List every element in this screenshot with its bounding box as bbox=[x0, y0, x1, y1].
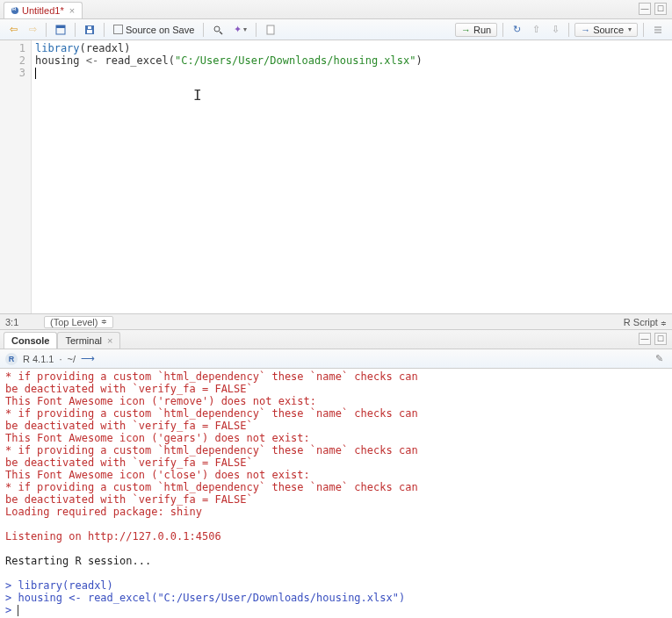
svg-rect-7 bbox=[267, 25, 274, 34]
tab-console[interactable]: Console bbox=[4, 332, 57, 349]
minimize-pane-icon[interactable]: — bbox=[639, 333, 651, 345]
clear-console-icon[interactable]: ✎ bbox=[651, 351, 667, 367]
text-cursor-icon: I bbox=[193, 90, 202, 102]
show-in-new-window-button[interactable] bbox=[52, 22, 69, 38]
working-dir[interactable]: ~/ bbox=[68, 354, 76, 364]
console-tabstrip: Console Terminal× — ☐ bbox=[0, 330, 672, 349]
svg-point-5 bbox=[214, 26, 220, 32]
save-button[interactable] bbox=[81, 22, 98, 38]
source-statusbar: 3:1 (Top Level)≑ R Script ≑ bbox=[0, 313, 672, 329]
go-down-button[interactable]: ⇩ bbox=[547, 22, 563, 38]
back-button[interactable]: ⇦ bbox=[5, 22, 21, 38]
source-tab-untitled1[interactable]: Untitled1* × bbox=[4, 2, 83, 18]
code-tools-button[interactable]: ✦▾ bbox=[230, 22, 250, 38]
r-logo-icon: R bbox=[5, 353, 18, 365]
r-script-icon bbox=[11, 7, 18, 14]
console-pane: Console Terminal× — ☐ R R 4.1.1 · ~/ ⟶ ✎… bbox=[0, 330, 672, 618]
cursor-position: 3:1 bbox=[5, 317, 40, 327]
source-button[interactable]: →Source▾ bbox=[574, 23, 638, 37]
tab-terminal[interactable]: Terminal× bbox=[57, 332, 120, 349]
svg-rect-4 bbox=[88, 26, 91, 29]
line-number: 1 bbox=[0, 42, 25, 54]
scope-selector[interactable]: (Top Level)≑ bbox=[44, 316, 113, 328]
line-gutter: 1 2 3 bbox=[0, 40, 32, 313]
run-button[interactable]: →Run bbox=[455, 23, 497, 37]
tab-title: Untitled1* bbox=[22, 5, 64, 16]
find-button[interactable] bbox=[209, 22, 227, 38]
code-area[interactable]: library(readxl) housing <- read_excel("C… bbox=[32, 40, 672, 313]
source-tabstrip: Untitled1* × — ☐ bbox=[0, 0, 672, 19]
source-on-save-checkbox[interactable]: Source on Save bbox=[110, 22, 198, 38]
go-up-button[interactable]: ⇧ bbox=[528, 22, 544, 38]
svg-rect-1 bbox=[56, 25, 65, 28]
r-version: R 4.1.1 bbox=[23, 354, 54, 364]
close-icon[interactable]: × bbox=[69, 5, 75, 16]
compile-report-button[interactable] bbox=[262, 22, 279, 38]
line-number: 3 bbox=[0, 67, 25, 79]
svg-line-6 bbox=[220, 32, 222, 34]
maximize-pane-icon[interactable]: ☐ bbox=[654, 333, 667, 345]
rerun-button[interactable]: ↻ bbox=[509, 22, 524, 38]
source-toolbar: ⇦ ⇨ Source on Save ✦▾ →Run ↻ ⇧ ⇩ →Source… bbox=[0, 19, 672, 40]
outline-button[interactable] bbox=[649, 22, 667, 38]
language-selector[interactable]: R Script ≑ bbox=[624, 317, 667, 327]
source-pane: Untitled1* × — ☐ ⇦ ⇨ Source on Save ✦▾ →… bbox=[0, 0, 672, 330]
maximize-pane-icon[interactable]: ☐ bbox=[654, 3, 667, 15]
close-icon[interactable]: × bbox=[107, 335, 112, 346]
console-output[interactable]: * if providing a custom `html_dependency… bbox=[0, 369, 672, 618]
minimize-pane-icon[interactable]: — bbox=[639, 3, 651, 15]
code-editor[interactable]: 1 2 3 library(readxl) housing <- read_ex… bbox=[0, 40, 672, 313]
forward-button[interactable]: ⇨ bbox=[25, 22, 40, 38]
open-dir-icon[interactable]: ⟶ bbox=[81, 353, 95, 364]
svg-rect-3 bbox=[87, 30, 92, 33]
line-number: 2 bbox=[0, 54, 25, 67]
console-toolbar: R R 4.1.1 · ~/ ⟶ ✎ bbox=[0, 349, 672, 369]
